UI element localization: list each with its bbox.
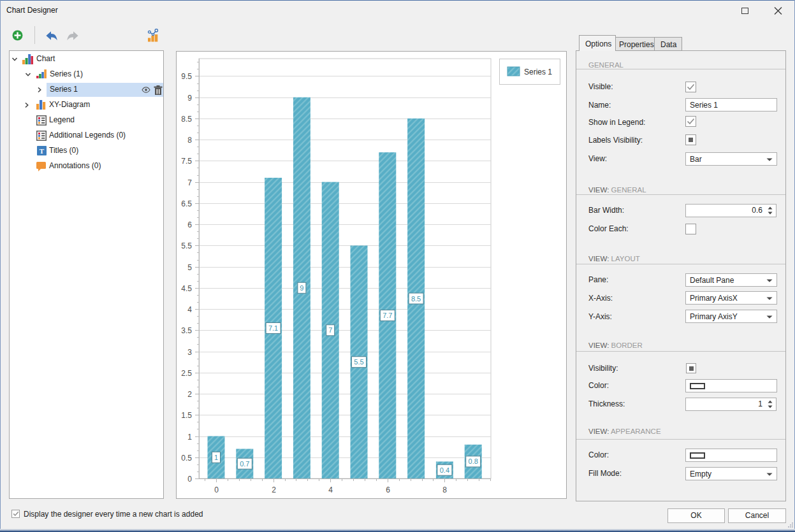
svg-text:8.5: 8.5: [181, 115, 192, 124]
svg-text:0.4: 0.4: [440, 466, 449, 474]
svg-text:0.8: 0.8: [469, 457, 478, 465]
svg-text:2: 2: [272, 485, 276, 494]
svg-text:3: 3: [187, 348, 192, 357]
svg-text:5: 5: [187, 263, 192, 272]
svg-text:Series 1: Series 1: [524, 68, 552, 76]
svg-text:9: 9: [187, 94, 192, 103]
svg-text:8: 8: [187, 136, 192, 145]
svg-text:5.5: 5.5: [354, 358, 363, 366]
svg-text:8: 8: [442, 485, 447, 494]
svg-text:7: 7: [328, 326, 332, 334]
svg-text:6: 6: [187, 220, 192, 229]
svg-text:1: 1: [214, 454, 218, 461]
svg-text:2: 2: [187, 390, 192, 399]
svg-text:4: 4: [187, 305, 192, 314]
svg-text:0: 0: [214, 485, 219, 494]
svg-text:1: 1: [187, 433, 192, 442]
svg-text:5.5: 5.5: [181, 241, 192, 250]
svg-text:0.5: 0.5: [181, 454, 192, 463]
svg-text:4.5: 4.5: [181, 284, 192, 293]
svg-text:7.5: 7.5: [181, 157, 192, 166]
svg-text:9: 9: [300, 284, 303, 292]
svg-text:9.5: 9.5: [181, 72, 192, 81]
svg-text:4: 4: [328, 485, 333, 494]
svg-text:7: 7: [187, 178, 192, 187]
svg-text:1.5: 1.5: [181, 411, 192, 420]
svg-text:8.5: 8.5: [411, 295, 421, 303]
svg-text:T: T: [40, 147, 45, 155]
svg-text:2.5: 2.5: [181, 369, 192, 378]
svg-text:6.5: 6.5: [181, 199, 192, 208]
svg-text:0: 0: [187, 475, 192, 484]
svg-text:0.7: 0.7: [240, 460, 249, 468]
svg-text:3.5: 3.5: [181, 326, 192, 335]
svg-text:7.7: 7.7: [383, 312, 392, 319]
svg-text:7.1: 7.1: [268, 324, 278, 332]
svg-text:6: 6: [386, 485, 390, 494]
